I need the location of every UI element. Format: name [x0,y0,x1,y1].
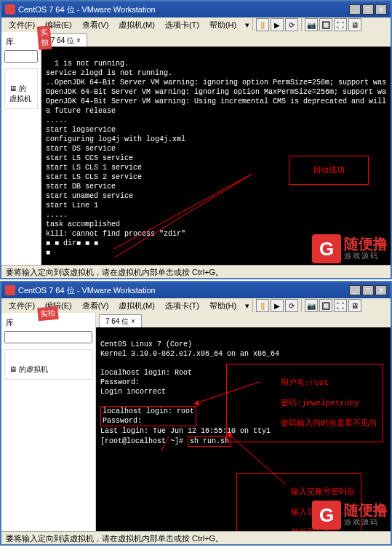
app-icon [5,4,15,15]
library-search-input[interactable] [4,331,92,343]
annotation-success: 启动成功 [289,156,369,185]
close-tab-icon[interactable]: × [76,36,81,44]
maximize-button[interactable]: □ [362,285,374,295]
watermark-sub: 游戏源码 [344,517,388,527]
toolbar-separator [301,299,302,312]
tab-centos[interactable]: 7 64 位 × [99,314,142,328]
toolbar-button[interactable]: ▶ [271,299,284,312]
toolbar-button[interactable]: ▶ [271,18,284,31]
sidebar: 库 实拍 🖥 的虚拟机 [1,32,41,265]
toolbar-button[interactable]: 🔲 [319,18,332,31]
vm-item-label: 的虚拟机 [19,365,48,373]
window-controls: _ □ X [349,285,387,295]
menu-vm[interactable]: 虚拟机(M) [114,300,159,312]
vm-window-1: CentOS 7 64 位 - VMware Workstation _ □ X… [0,0,392,279]
statusbar: 要将输入定向到该虚拟机，请在虚拟机内部单击或按 Ctrl+G。 [1,265,391,278]
window-controls: _ □ X [349,4,387,15]
watermark-sub: 游戏源码 [344,251,388,261]
pause-button[interactable]: || [256,299,269,312]
vm-folder-icon: 🖥 [9,365,19,373]
menu-dropdown-icon[interactable]: ▾ [245,20,249,30]
watermark-main: 随便撸 [344,503,388,517]
menu-help[interactable]: 帮助(H) [205,19,241,31]
svg-line-4 [227,433,285,484]
maximize-button[interactable]: □ [362,4,374,15]
statusbar: 要将输入定向到该虚拟机，请在虚拟机内部单击或按 Ctrl+G。 [1,531,391,544]
menubar: 文件(F) 编辑(E) 查看(V) 虚拟机(M) 选项卡(T) 帮助(H) ▾ … [1,298,391,313]
menubar: 文件(F) 编辑(E) 查看(V) 虚拟机(M) 选项卡(T) 帮助(H) ▾ … [1,17,391,32]
toolbar-button[interactable]: 🖥 [348,18,361,31]
terminal[interactable]: 1 is not running. service zlogd is not r… [41,47,391,265]
command-highlight: sh run.sh [188,436,231,447]
watermark-badge: 实拍 [37,25,52,49]
menu-view[interactable]: 查看(V) [78,19,113,31]
menu-help[interactable]: 帮助(H) [205,300,241,312]
tab-header: 7 64 位 × [96,313,391,327]
titlebar: CentOS 7 64 位 - VMware Workstation _ □ X [1,1,391,17]
watermark-main: 随便撸 [344,236,388,251]
watermark-logo: G [312,234,341,263]
minimize-button[interactable]: _ [349,4,361,15]
window-title: CentOS 7 64 位 - VMware Workstation [18,4,156,15]
menu-vm[interactable]: 虚拟机(M) [114,19,159,31]
sidebar: 库 实拍 🖥 的虚拟机 [1,313,96,531]
pause-button[interactable]: || [256,18,269,31]
watermark-logo: G [312,501,341,530]
vm-list-item[interactable]: 🖥 的虚拟机 [4,349,92,380]
watermark-badge: 实拍 [37,306,58,321]
titlebar: CentOS 7 64 位 - VMware Workstation _ □ X [1,282,391,298]
toolbar-button[interactable]: ⟳ [285,299,298,312]
watermark: G 随便撸 游戏源码 [312,234,388,263]
toolbar-button[interactable]: 🔲 [319,299,332,312]
toolbar-button[interactable]: 📷 [305,299,318,312]
tab-header: 7 64 位 × [41,32,391,47]
menu-file[interactable]: 文件(F) [4,300,39,312]
toolbar-button[interactable]: 🖥 [348,299,361,312]
close-button[interactable]: X [375,4,387,15]
minimize-button[interactable]: _ [349,285,361,295]
app-icon [5,285,15,295]
svg-marker-3 [194,400,199,406]
toolbar-separator [252,18,253,31]
menu-tabs[interactable]: 选项卡(T) [161,300,204,312]
menu-file[interactable]: 文件(F) [4,19,39,31]
close-button[interactable]: X [375,285,387,295]
toolbar-separator [301,18,302,31]
menu-tabs[interactable]: 选项卡(T) [161,19,204,31]
close-tab-icon[interactable]: × [131,317,135,325]
toolbar-button[interactable]: 📷 [305,18,318,31]
library-search-input[interactable] [4,50,38,63]
login-highlight: localhost login: root Password: [100,406,196,426]
vm-window-2: CentOS 7 64 位 - VMware Workstation _ □ X… [0,281,392,546]
window-title: CentOS 7 64 位 - VMware Workstation [18,285,156,296]
watermark: G 随便撸 游戏源码 [312,501,388,530]
svg-line-2 [194,382,260,404]
vm-folder-icon: 🖥 [9,84,19,92]
menu-dropdown-icon[interactable]: ▾ [245,301,249,311]
toolbar-button[interactable]: ⛶ [334,299,347,312]
toolbar-button[interactable]: ⛶ [334,18,347,31]
menu-view[interactable]: 查看(V) [78,300,113,312]
toolbar-separator [252,299,253,312]
svg-line-0 [114,174,252,258]
vm-list-item[interactable]: 🖥 的虚拟机 [4,68,38,109]
toolbar-button[interactable]: ⟳ [285,18,298,31]
library-label: 库 [4,35,38,49]
